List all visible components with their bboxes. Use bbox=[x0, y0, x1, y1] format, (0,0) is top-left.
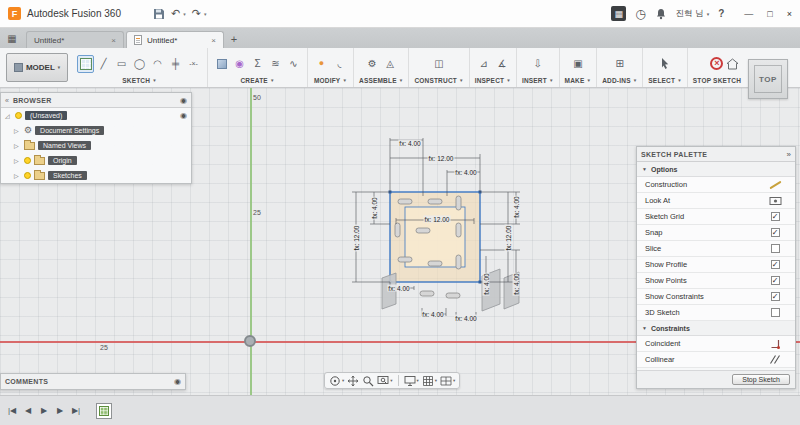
select-menu-button[interactable]: SELECT ▼ bbox=[648, 77, 682, 86]
modify-menu-button[interactable]: MODIFY ▼ bbox=[314, 77, 347, 86]
checkbox[interactable] bbox=[771, 308, 780, 317]
dimension-label[interactable]: fx: 4.00 bbox=[454, 315, 477, 322]
dimension-label[interactable]: fx: 4.00 bbox=[513, 195, 520, 218]
palette-section-options[interactable]: ▼ Options bbox=[637, 162, 795, 177]
timeline-step-forward-button[interactable]: ▶ bbox=[54, 406, 66, 415]
circle-tool-icon[interactable]: ◯ bbox=[131, 55, 148, 73]
create-menu-button[interactable]: CREATE ▼ bbox=[240, 77, 274, 86]
palette-row-construction[interactable]: Construction bbox=[637, 177, 795, 193]
expand-icon[interactable]: ▷ bbox=[14, 157, 21, 164]
two-point-tool-icon[interactable]: ╪ bbox=[167, 55, 184, 73]
palette-section-constraints[interactable]: ▼ Constraints bbox=[637, 321, 795, 336]
visibility-bulb-icon[interactable] bbox=[24, 172, 31, 179]
fillet-icon[interactable]: ◟ bbox=[331, 55, 348, 73]
tree-item-sketches[interactable]: ▷ Sketches bbox=[1, 168, 191, 183]
stop-sketch-palette-button[interactable]: Stop Sketch bbox=[732, 374, 790, 385]
dimension-label[interactable]: fx: 12.00 bbox=[428, 155, 455, 162]
panel-options-icon[interactable]: ◉ bbox=[174, 377, 181, 386]
sigma-parameters-icon[interactable]: Σ bbox=[249, 55, 266, 73]
palette-row-3d-sketch[interactable]: 3D Sketch bbox=[637, 305, 795, 321]
dimension-label[interactable]: fx: 4.00 bbox=[483, 272, 490, 295]
palette-row-show-points[interactable]: Show Points ✓ bbox=[637, 273, 795, 289]
workspace-selector[interactable]: MODEL ▾ bbox=[6, 53, 68, 82]
press-pull-icon[interactable]: ● bbox=[313, 55, 330, 73]
notifications-bell-icon[interactable] bbox=[655, 8, 667, 20]
new-tab-button[interactable]: + bbox=[226, 31, 242, 47]
checkbox[interactable]: ✓ bbox=[771, 260, 780, 269]
palette-row-show-profile[interactable]: Show Profile ✓ bbox=[637, 257, 795, 273]
checkbox[interactable]: ✓ bbox=[771, 212, 780, 221]
comments-header[interactable]: COMMENTS ◉ bbox=[1, 374, 185, 389]
make-icon[interactable]: ▣ bbox=[569, 55, 586, 73]
checkbox[interactable] bbox=[771, 244, 780, 253]
dimension-label[interactable]: fx: 4.00 bbox=[421, 311, 444, 318]
checkbox[interactable]: ✓ bbox=[771, 276, 780, 285]
sketch-menu-button[interactable]: SKETCH ▼ bbox=[122, 77, 157, 86]
line-tool-icon[interactable]: ╱ bbox=[95, 55, 112, 73]
job-status-clock-icon[interactable]: ◷ bbox=[635, 7, 645, 21]
caret-down-icon[interactable]: ▾ bbox=[183, 11, 186, 17]
grid-layout-button[interactable]: ▾ bbox=[422, 375, 437, 387]
palette-row-coincident[interactable]: Coincident bbox=[637, 336, 795, 352]
sketch-dimension-icon[interactable]: -×- bbox=[185, 55, 202, 73]
rectangle-tool-icon[interactable]: ▭ bbox=[113, 55, 130, 73]
browser-header[interactable]: « BROWSER ◉ bbox=[1, 93, 191, 108]
caret-down-icon[interactable]: ▾ bbox=[204, 11, 207, 17]
addins-menu-button[interactable]: ADD-INS ▼ bbox=[602, 77, 637, 86]
expand-panel-icon[interactable]: » bbox=[787, 150, 791, 159]
tree-item-named-views[interactable]: ▷ Named Views bbox=[1, 138, 191, 153]
user-account-menu[interactable]: 진혁 님 ▾ bbox=[676, 8, 709, 20]
checkbox[interactable]: ✓ bbox=[771, 228, 780, 237]
expand-icon[interactable]: ▷ bbox=[14, 127, 21, 134]
checkbox[interactable]: ✓ bbox=[771, 292, 780, 301]
timeline-sketch-feature[interactable] bbox=[96, 403, 112, 419]
palette-header[interactable]: SKETCH PALETTE » bbox=[637, 147, 795, 162]
coincident-icon[interactable] bbox=[770, 338, 781, 349]
tree-item-origin[interactable]: ▷ Origin bbox=[1, 153, 191, 168]
zoom-button[interactable] bbox=[362, 375, 374, 387]
create-sketch-button[interactable] bbox=[77, 55, 94, 73]
pan-button[interactable] bbox=[347, 375, 359, 387]
inspect-menu-button[interactable]: INSPECT ▼ bbox=[475, 77, 511, 86]
dimension-label[interactable]: fx: 12.00 bbox=[353, 225, 360, 252]
tab-close-icon[interactable]: × bbox=[111, 36, 116, 45]
save-button[interactable] bbox=[153, 8, 165, 20]
visibility-bulb-icon[interactable] bbox=[15, 112, 22, 119]
addins-icon[interactable]: ⊞ bbox=[611, 55, 628, 73]
canvas-viewport[interactable]: 50 25 25 bbox=[0, 88, 800, 395]
tab-untitled-1[interactable]: Untitled* × bbox=[26, 31, 124, 48]
viewports-button[interactable]: ▾ bbox=[440, 375, 455, 387]
display-settings-button[interactable]: ▾ bbox=[404, 375, 419, 387]
insert-icon[interactable]: ⇩ bbox=[529, 55, 546, 73]
collinear-icon[interactable] bbox=[769, 354, 781, 365]
orbit-button[interactable]: ▾ bbox=[329, 375, 344, 387]
dimension-label[interactable]: fx: 4.00 bbox=[387, 285, 410, 292]
select-cursor-icon[interactable] bbox=[657, 55, 674, 73]
home-view-icon[interactable] bbox=[726, 58, 739, 70]
timeline-go-start-button[interactable]: |◀ bbox=[6, 406, 18, 415]
tree-item-unsaved[interactable]: ◿ (Unsaved) ◉ bbox=[1, 108, 191, 123]
stop-sketch-button[interactable]: × bbox=[708, 55, 725, 73]
palette-row-slice[interactable]: Slice bbox=[637, 241, 795, 257]
timeline-go-end-button[interactable]: ▶| bbox=[70, 406, 82, 415]
palette-row-show-constraints[interactable]: Show Constraints ✓ bbox=[637, 289, 795, 305]
expand-icon[interactable]: ▷ bbox=[14, 172, 21, 179]
measure-icon[interactable]: ⊿ bbox=[475, 55, 492, 73]
help-button[interactable]: ? bbox=[718, 8, 724, 19]
assemble-menu-button[interactable]: ASSEMBLE ▼ bbox=[359, 77, 403, 86]
data-panel-toggle[interactable]: ▦ bbox=[4, 30, 20, 46]
look-at-icon[interactable] bbox=[769, 196, 782, 206]
expand-icon[interactable]: ▷ bbox=[14, 142, 21, 149]
angle-icon[interactable]: ∡ bbox=[493, 55, 510, 73]
window-close-button[interactable]: × bbox=[787, 9, 792, 19]
dimension-label[interactable]: fx: 4.00 bbox=[371, 196, 378, 219]
dimension-label[interactable]: fx: 4.00 bbox=[454, 169, 477, 176]
window-maximize-button[interactable]: □ bbox=[767, 9, 772, 19]
dimension-label[interactable]: fx: 4.00 bbox=[398, 140, 421, 147]
rigid-group-icon[interactable]: ◬ bbox=[382, 55, 399, 73]
active-document-radio-icon[interactable]: ◉ bbox=[180, 111, 187, 120]
redo-button[interactable]: ↷ ▾ bbox=[192, 8, 207, 19]
sketch-geometry[interactable] bbox=[330, 128, 550, 358]
palette-row-look-at[interactable]: Look At bbox=[637, 193, 795, 209]
palette-row-collinear[interactable]: Collinear bbox=[637, 352, 795, 368]
